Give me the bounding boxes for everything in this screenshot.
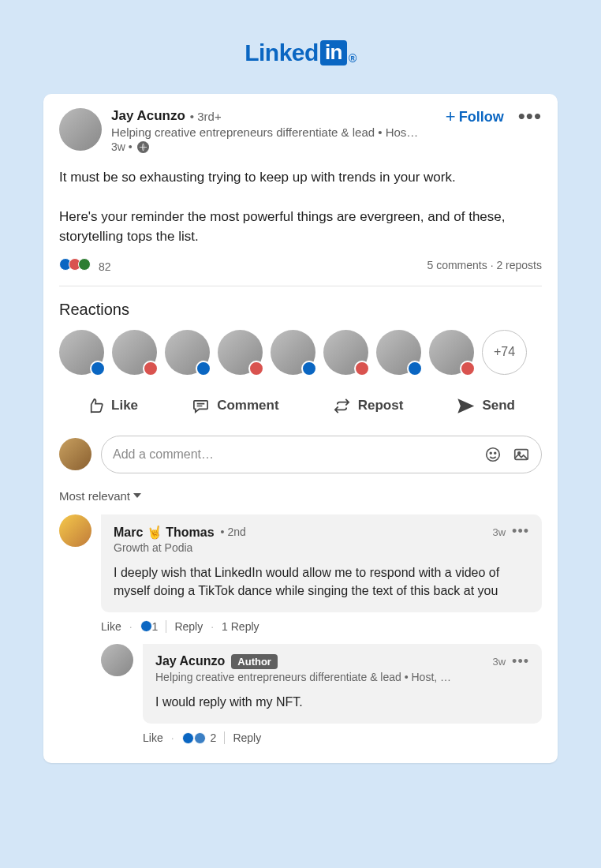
author-name[interactable]: Jay Acunzo — [111, 108, 185, 124]
commenter-headline: Helping creative entrepreneurs different… — [155, 671, 471, 683]
reactor-avatar[interactable] — [165, 330, 210, 375]
follow-button[interactable]: + Follow — [446, 108, 504, 125]
reactor-avatar[interactable] — [59, 330, 104, 375]
post-header: Jay Acunzo • 3rd+ Helping creative entre… — [59, 108, 542, 153]
comment-button[interactable]: Comment — [192, 397, 278, 415]
like-icon — [196, 361, 211, 376]
comment: Jay Acunzo Author 3w ••• Helping creativ… — [101, 644, 542, 724]
heart-icon — [248, 361, 264, 376]
comment: Marc 🤘 Thomas • 2nd 3w ••• Growth at Pod… — [59, 514, 542, 612]
funny-icon — [194, 732, 206, 744]
comment-input-container[interactable] — [101, 436, 542, 473]
comment-like-button[interactable]: Like — [101, 620, 121, 633]
reposts-count[interactable]: 2 reposts — [496, 259, 542, 271]
linkedin-logo: Linked in ® — [0, 16, 601, 94]
chevron-down-icon — [133, 493, 141, 498]
comment-reply-button[interactable]: Reply — [174, 620, 203, 633]
post-time: 3w • — [111, 140, 133, 153]
comment-menu-icon[interactable]: ••• — [512, 660, 529, 664]
reactor-avatar[interactable] — [323, 330, 368, 375]
reactor-avatar[interactable] — [376, 330, 421, 375]
like-icon — [301, 361, 317, 376]
logo-text: Linked — [245, 39, 319, 66]
post-paragraph: It must be so exhausting trying to keep … — [59, 167, 542, 188]
svg-point-2 — [490, 452, 491, 454]
heart-icon — [354, 361, 370, 376]
repost-icon — [333, 397, 351, 415]
like-icon — [90, 361, 106, 376]
comment-input[interactable] — [113, 447, 484, 462]
commenter-avatar[interactable] — [101, 644, 133, 676]
comment-like-button[interactable]: Like — [143, 731, 163, 744]
support-icon — [78, 258, 91, 271]
commenter-name[interactable]: Marc 🤘 Thomas — [114, 525, 215, 540]
like-button[interactable]: Like — [86, 397, 138, 415]
thumbs-up-icon — [86, 397, 104, 415]
reactor-avatar[interactable] — [112, 330, 157, 375]
comment-bubble: Jay Acunzo Author 3w ••• Helping creativ… — [143, 644, 542, 724]
like-icon — [182, 732, 194, 744]
commenter-name[interactable]: Jay Acunzo — [155, 654, 225, 668]
reply-thread: Jay Acunzo Author 3w ••• Helping creativ… — [101, 644, 542, 744]
comment-reply-button[interactable]: Reply — [233, 731, 261, 744]
divider — [59, 286, 542, 286]
comment-actions: Like · 1 Reply · 1 Reply — [101, 620, 542, 633]
post-menu-icon[interactable]: ••• — [518, 114, 542, 120]
logo-suffix: in — [320, 40, 347, 65]
more-reactors-button[interactable]: +74 — [482, 330, 527, 375]
reactor-avatar[interactable] — [218, 330, 263, 375]
repost-button[interactable]: Repost — [333, 397, 404, 415]
plus-icon: + — [446, 108, 456, 125]
current-user-avatar[interactable] — [59, 438, 91, 470]
commenter-avatar[interactable] — [59, 514, 91, 547]
comment-reply-count[interactable]: 1 Reply — [222, 620, 259, 633]
image-icon[interactable] — [513, 446, 530, 463]
commenter-headline: Growth at Podia — [114, 541, 529, 554]
heart-icon — [143, 361, 159, 376]
post-body: It must be so exhausting trying to keep … — [59, 167, 542, 247]
reaction-summary[interactable]: 82 — [59, 258, 110, 273]
svg-point-3 — [495, 452, 496, 454]
comment-icon — [192, 397, 210, 415]
post-card: Jay Acunzo • 3rd+ Helping creative entre… — [43, 94, 558, 763]
comment-body: I deeply wish that LinkedIn would allow … — [114, 563, 529, 600]
like-icon — [407, 361, 423, 376]
engagement-summary: 82 5 comments · 2 reposts — [59, 258, 542, 273]
divider — [224, 731, 225, 744]
author-avatar[interactable] — [59, 108, 102, 151]
reactor-avatar[interactable] — [271, 330, 315, 375]
author-degree: • 3rd+ — [190, 110, 222, 123]
svg-point-1 — [487, 447, 500, 461]
comment-body: I would reply with my NFT. — [155, 693, 529, 711]
heart-icon — [460, 361, 476, 376]
reaction-count: 82 — [99, 260, 111, 273]
comment-reaction-count[interactable]: 2 — [182, 731, 217, 744]
comment-thread: Marc 🤘 Thomas • 2nd 3w ••• Growth at Pod… — [59, 514, 542, 745]
reactors-row: +74 — [59, 330, 542, 375]
post-paragraph: Here's your reminder the most powerful t… — [59, 207, 542, 247]
author-badge: Author — [231, 654, 278, 669]
send-button[interactable]: Send — [457, 397, 515, 415]
reactions-heading: Reactions — [59, 301, 542, 319]
globe-icon — [137, 141, 149, 153]
emoji-icon[interactable] — [484, 446, 502, 463]
action-bar: Like Comment Repost Send — [59, 394, 542, 418]
commenter-degree: • 2nd — [221, 526, 246, 538]
reactor-avatar[interactable] — [429, 330, 474, 375]
comment-menu-icon[interactable]: ••• — [512, 529, 529, 533]
comment-time: 3w — [492, 656, 506, 668]
send-icon — [457, 397, 475, 415]
comment-input-row — [59, 436, 542, 473]
comment-actions: Like · 2 Reply — [143, 731, 542, 744]
comments-count[interactable]: 5 comments — [427, 259, 487, 271]
author-tagline: Helping creative entrepreneurs different… — [111, 125, 419, 139]
logo-dot: ® — [349, 52, 356, 65]
comment-sort-dropdown[interactable]: Most relevant — [59, 489, 141, 503]
comment-time: 3w — [492, 526, 506, 538]
comment-reaction-count[interactable]: 1 — [140, 620, 159, 633]
divider — [166, 620, 166, 633]
reaction-icons — [59, 258, 88, 271]
like-icon — [140, 620, 152, 632]
comment-bubble: Marc 🤘 Thomas • 2nd 3w ••• Growth at Pod… — [101, 514, 542, 612]
